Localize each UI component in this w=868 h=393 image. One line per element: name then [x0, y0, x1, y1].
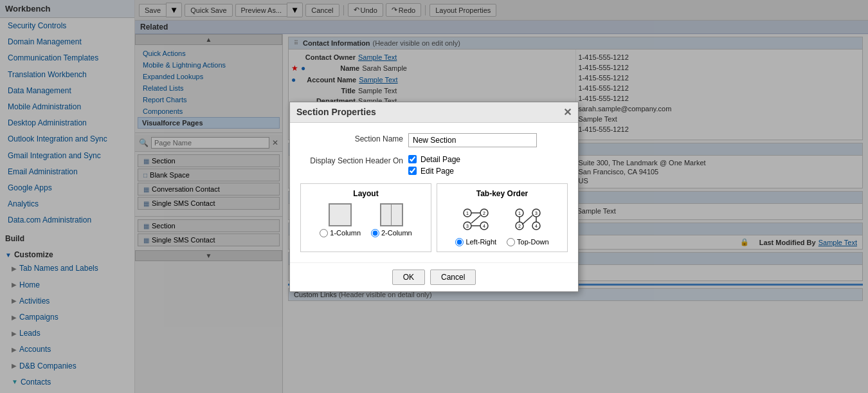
col-2-icon [380, 203, 403, 226]
display-header-checkboxes: Detail Page Edit Page [408, 155, 460, 176]
svg-text:1: 1 [466, 211, 469, 215]
section-properties-modal: Section Properties ✕ Section Name Displa… [289, 102, 579, 292]
col2-label: 2-Column [381, 229, 412, 237]
detail-page-label: Detail Page [420, 155, 460, 164]
modal-overlay[interactable]: Section Properties ✕ Section Name Displa… [0, 0, 868, 393]
layout-2col-option[interactable]: 2-Column [371, 203, 412, 237]
svg-line-20 [522, 215, 532, 224]
col2-radio[interactable] [371, 229, 379, 237]
modal-header: Section Properties ✕ [290, 102, 578, 123]
detail-page-row: Detail Page [408, 155, 460, 164]
svg-text:3: 3 [466, 224, 469, 228]
layout-options: 1-Column 2-Column [306, 203, 426, 237]
top-down-radio[interactable] [507, 238, 515, 246]
layout-box: Layout 1-Column [300, 183, 431, 252]
modal-title: Section Properties [296, 107, 376, 117]
svg-text:2: 2 [518, 224, 521, 228]
col1-radio[interactable] [320, 229, 328, 237]
top-down-option[interactable]: 1 3 2 4 [507, 203, 549, 246]
tab-order-options: 1 2 3 4 [442, 203, 562, 246]
svg-text:2: 2 [483, 211, 485, 215]
edit-page-checkbox[interactable] [408, 167, 417, 175]
modal-close-button[interactable]: ✕ [563, 106, 572, 118]
section-name-input[interactable] [408, 133, 537, 147]
top-down-label: Top-Down [517, 238, 549, 246]
tab-order-title: Tab-key Order [442, 189, 562, 198]
edit-page-label: Edit Page [420, 167, 454, 176]
modal-footer: OK Cancel [290, 262, 578, 291]
detail-page-checkbox[interactable] [408, 155, 417, 163]
display-header-label: Display Section Header On [300, 155, 403, 165]
col-1-icon [329, 203, 352, 226]
layout-taborder-container: Layout 1-Column [300, 183, 568, 252]
modal-cancel-button[interactable]: Cancel [430, 270, 476, 285]
edit-page-row: Edit Page [408, 167, 460, 176]
left-right-option[interactable]: 1 2 3 4 [455, 203, 496, 246]
svg-line-9 [471, 215, 480, 223]
svg-text:4: 4 [483, 224, 485, 228]
modal-body: Section Name Display Section Header On D… [290, 123, 578, 262]
left-right-diagram: 1 2 3 4 [460, 203, 492, 235]
left-right-radio[interactable] [455, 238, 464, 246]
left-right-label: Left-Right [466, 238, 496, 246]
display-header-row: Display Section Header On Detail Page Ed… [300, 155, 568, 176]
svg-text:1: 1 [518, 211, 521, 215]
section-name-label: Section Name [300, 133, 403, 143]
layout-1col-option[interactable]: 1-Column [320, 203, 361, 237]
svg-text:3: 3 [535, 211, 538, 215]
layout-box-title: Layout [306, 189, 426, 198]
col1-label: 1-Column [330, 229, 361, 237]
modal-ok-button[interactable]: OK [392, 270, 425, 285]
tab-order-box: Tab-key Order 1 2 3 [437, 183, 568, 252]
section-name-row: Section Name [300, 133, 568, 147]
svg-text:4: 4 [535, 224, 538, 228]
top-down-diagram: 1 3 2 4 [512, 203, 544, 235]
